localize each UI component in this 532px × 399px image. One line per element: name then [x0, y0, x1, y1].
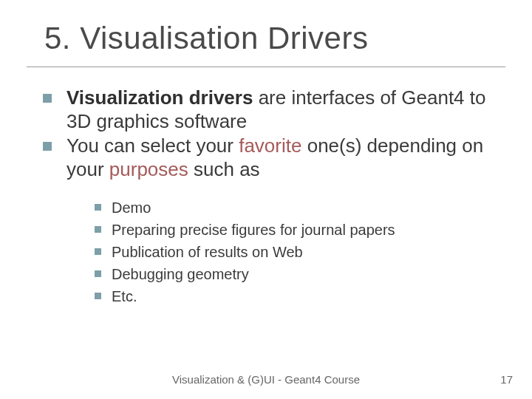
bullet-pre: You can select your: [66, 134, 239, 157]
square-bullet-icon: [43, 142, 52, 151]
sub-bullet-text: Demo: [112, 198, 151, 217]
bullet-item: You can select your favorite one(s) depe…: [43, 134, 495, 181]
bullet-item: Visualization drivers are interfaces of …: [43, 86, 495, 133]
accent-word: favorite: [239, 134, 301, 157]
page-number: 17: [500, 373, 513, 386]
sub-bullet-text: Etc.: [112, 287, 137, 306]
square-bullet-icon: [95, 293, 101, 299]
sub-bullet-item: Preparing precise figures for journal pa…: [95, 220, 495, 239]
sub-bullet-item: Demo: [95, 198, 495, 217]
square-bullet-icon: [95, 204, 101, 211]
title-area: 5. Visualisation Drivers: [0, 0, 532, 62]
bullet-text: Visualization drivers are interfaces of …: [66, 86, 495, 133]
slide-title: 5. Visualisation Drivers: [44, 21, 502, 56]
square-bullet-icon: [95, 270, 101, 277]
sub-bullet-text: Debugging geometry: [112, 265, 249, 284]
body-area: Visualization drivers are interfaces of …: [0, 67, 532, 306]
square-bullet-icon: [95, 226, 101, 233]
sub-bullet-item: Publication of results on Web: [95, 242, 495, 262]
bullet-post: such as: [188, 158, 260, 180]
footer-text: Visualization & (G)UI - Geant4 Course: [0, 373, 532, 386]
sub-bullet-item: Etc.: [95, 287, 495, 306]
square-bullet-icon: [43, 94, 52, 103]
sub-bullet-text: Preparing precise figures for journal pa…: [112, 220, 395, 239]
sub-bullet-list: Demo Preparing precise figures for journ…: [95, 198, 495, 306]
sub-bullet-item: Debugging geometry: [95, 265, 495, 284]
square-bullet-icon: [95, 248, 101, 255]
bold-term: Visualization drivers: [66, 86, 253, 109]
bullet-text: You can select your favorite one(s) depe…: [66, 134, 495, 181]
slide: 5. Visualisation Drivers Visualization d…: [0, 0, 532, 399]
sub-bullet-text: Publication of results on Web: [112, 242, 303, 262]
accent-word: purposes: [109, 158, 188, 180]
